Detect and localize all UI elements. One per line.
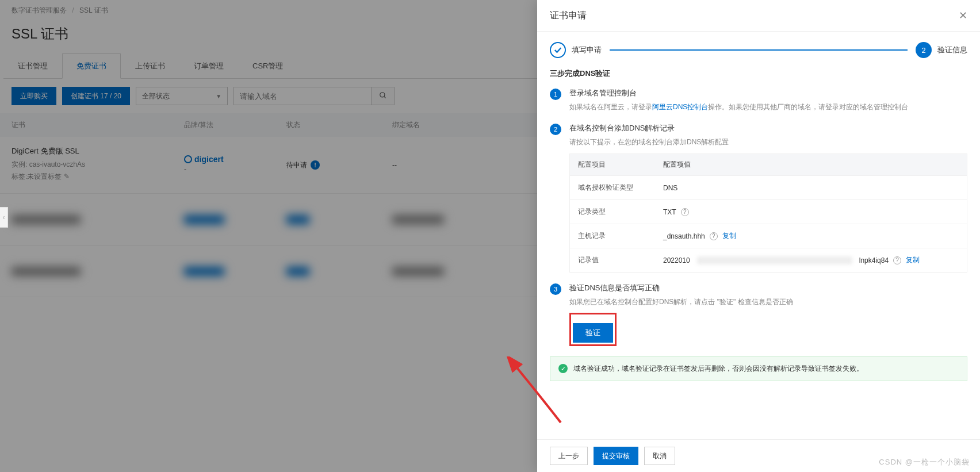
- tab-cert-manage[interactable]: 证书管理: [3, 53, 62, 78]
- cfg-col-key: 配置项目: [578, 160, 663, 170]
- tab-csr-manage[interactable]: CSR管理: [238, 53, 297, 78]
- watermark: CSDN @一枪一个小脑袋: [879, 457, 970, 467]
- col-brand: 品牌/算法: [184, 120, 286, 130]
- brand-sep: -: [184, 165, 286, 173]
- step1-badge-icon: 1: [550, 89, 561, 100]
- search-icon: [379, 91, 387, 101]
- close-icon[interactable]: ✕: [959, 9, 967, 22]
- copy-button[interactable]: 复制: [722, 231, 736, 241]
- status-filter-select[interactable]: 全部状态 ▼: [136, 87, 228, 105]
- col-status: 状态: [286, 120, 392, 130]
- tab-free-cert[interactable]: 免费证书: [62, 53, 121, 79]
- application-drawer: 证书申请 ✕ 填写申请 2 验证信息 三步完成DNS验证 1 登录域名管理控制台: [537, 0, 980, 472]
- col-cert: 证书: [12, 120, 184, 130]
- config-table: 配置项目 配置项值 域名授权验证类型 DNS 记录类型 TXT ?: [569, 154, 967, 273]
- check-icon: [550, 42, 566, 58]
- help-icon[interactable]: ?: [681, 208, 689, 216]
- tab-order-manage[interactable]: 订单管理: [179, 53, 238, 78]
- svg-point-0: [380, 92, 384, 97]
- cfg-row-auth-type: 域名授权验证类型 DNS: [570, 175, 967, 199]
- cert-tags: 标签:未设置标签 ✎: [12, 172, 184, 182]
- cancel-button[interactable]: 取消: [644, 447, 675, 465]
- cfg-col-val: 配置项值: [663, 160, 959, 170]
- help-icon[interactable]: ?: [710, 232, 718, 240]
- back-button[interactable]: 上一步: [550, 447, 588, 465]
- edit-tags-icon[interactable]: ✎: [64, 172, 70, 181]
- aliyun-dns-link[interactable]: 阿里云DNS控制台: [652, 103, 708, 111]
- tab-upload-cert[interactable]: 上传证书: [121, 53, 179, 78]
- steps: 填写申请 2 验证信息: [550, 42, 967, 58]
- breadcrumb-leaf: SSL 证书: [79, 6, 108, 14]
- chevron-down-icon: ▼: [216, 93, 221, 99]
- domain-search-input[interactable]: [233, 87, 372, 105]
- step3-badge-icon: 3: [550, 283, 561, 295]
- breadcrumb-root[interactable]: 数字证书管理服务: [12, 6, 67, 14]
- step-add-record: 2 在域名控制台添加DNS解析记录 请按以下提示，在您的域名控制台添加DNS解析…: [550, 123, 967, 273]
- verify-button[interactable]: 验证: [573, 323, 613, 343]
- cfg-row-record-value: 记录值 2022010lnpk4iq84 ? 复制: [570, 248, 967, 272]
- collapse-handle[interactable]: ‹: [0, 207, 8, 228]
- step-fill: 填写申请: [550, 42, 602, 58]
- status-warn-icon: !: [311, 160, 320, 170]
- highlight-box: 验证: [569, 313, 617, 346]
- cert-title: DigiCert 免费版 SSL: [12, 146, 184, 156]
- status-text: 待申请: [286, 160, 307, 170]
- step-verify: 2 验证信息: [916, 42, 967, 58]
- cert-instance: 实例: cas-ivauto-vczhAs: [12, 160, 184, 170]
- step2-badge-icon: 2: [550, 124, 561, 135]
- success-check-icon: ✓: [558, 364, 568, 373]
- drawer-title: 证书申请: [550, 10, 587, 22]
- copy-button[interactable]: 复制: [906, 255, 920, 265]
- svg-line-1: [384, 96, 385, 98]
- masked-value: [697, 256, 852, 264]
- dns-subtitle: 三步完成DNS验证: [550, 68, 967, 79]
- step-verify-dns: 3 验证DNS信息是否填写正确 如果您已在域名控制台配置好DNS解析，请点击 "…: [550, 283, 967, 346]
- status-filter-value: 全部状态: [142, 91, 170, 101]
- digicert-ring-icon: [184, 155, 192, 163]
- cfg-row-record-type: 记录类型 TXT ?: [570, 199, 967, 224]
- search-button[interactable]: [372, 87, 395, 105]
- step-number-icon: 2: [916, 42, 932, 58]
- brand-logo: digicert: [184, 155, 224, 164]
- success-banner: ✓ 域名验证成功，域名验证记录在证书签发后再删除，否则会因没有解析记录导致证书签…: [550, 356, 967, 381]
- buy-now-button[interactable]: 立即购买: [12, 87, 56, 105]
- cfg-row-host-record: 主机记录 _dnsauth.hhh ? 复制: [570, 224, 967, 248]
- submit-review-button[interactable]: 提交审核: [594, 447, 638, 465]
- help-icon[interactable]: ?: [893, 256, 901, 264]
- create-cert-button[interactable]: 创建证书 17 / 20: [62, 87, 130, 105]
- step-login-console: 1 登录域名管理控制台 如果域名在阿里云，请登录阿里云DNS控制台操作。如果您使…: [550, 88, 967, 113]
